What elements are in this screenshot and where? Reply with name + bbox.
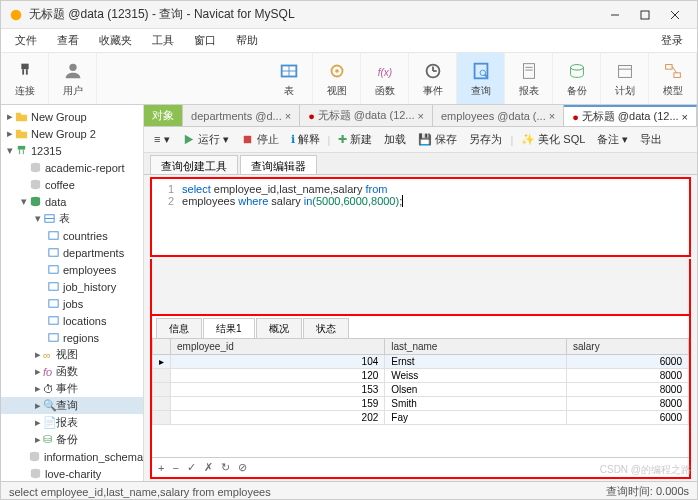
svg-line-29 bbox=[672, 66, 677, 72]
rtab-overview[interactable]: 概况 bbox=[256, 318, 302, 338]
tab-query[interactable]: employees @data (...× bbox=[433, 105, 564, 126]
main-area: 对象 departments @d...× ●无标题 @data (12...×… bbox=[144, 105, 697, 481]
grid-filter[interactable]: ⊘ bbox=[238, 461, 247, 474]
tab-query[interactable]: departments @d...× bbox=[183, 105, 300, 126]
grid-ok[interactable]: ✓ bbox=[187, 461, 196, 474]
close-button[interactable] bbox=[661, 5, 689, 25]
col-header[interactable]: last_name bbox=[385, 339, 567, 355]
menu-tools[interactable]: 工具 bbox=[142, 30, 184, 51]
tb-plan[interactable]: 计划 bbox=[601, 53, 649, 104]
menu-help[interactable]: 帮助 bbox=[226, 30, 268, 51]
maximize-button[interactable] bbox=[631, 5, 659, 25]
table-row[interactable]: 120Weiss8000 bbox=[153, 369, 689, 383]
col-header[interactable]: salary bbox=[567, 339, 689, 355]
saveas-button[interactable]: 另存为 bbox=[465, 130, 506, 149]
tb-connection[interactable]: 连接 bbox=[1, 53, 49, 104]
grid-add[interactable]: + bbox=[158, 462, 164, 474]
svg-rect-25 bbox=[618, 65, 631, 77]
subtab-editor[interactable]: 查询编辑器 bbox=[240, 155, 317, 174]
tree-table[interactable]: job_history bbox=[1, 278, 143, 295]
subtab-builder[interactable]: 查询创建工具 bbox=[150, 155, 238, 174]
load-button[interactable]: 加载 bbox=[380, 130, 410, 149]
tree-tables[interactable]: ▾表 bbox=[1, 210, 143, 227]
tree-table[interactable]: jobs bbox=[1, 295, 143, 312]
menu-bar: 文件 查看 收藏夹 工具 窗口 帮助 登录 bbox=[1, 29, 697, 53]
connection-tree[interactable]: ▸New Group ▸New Group 2 ▾12315 academic-… bbox=[1, 105, 144, 481]
tree-db[interactable]: information_schema bbox=[1, 448, 143, 465]
tree-table[interactable]: regions bbox=[1, 329, 143, 346]
grid-del[interactable]: − bbox=[172, 462, 178, 474]
close-icon: × bbox=[549, 110, 555, 122]
svg-rect-43 bbox=[49, 317, 58, 324]
tree-connection[interactable]: ▾12315 bbox=[1, 142, 143, 159]
svg-rect-44 bbox=[49, 334, 58, 341]
new-button[interactable]: ✚新建 bbox=[334, 130, 376, 149]
beautify-button[interactable]: ✨美化 SQL bbox=[517, 130, 589, 149]
tb-view[interactable]: 视图 bbox=[313, 53, 361, 104]
table-row[interactable]: 159Smith8000 bbox=[153, 397, 689, 411]
tree-queries[interactable]: ▸🔍查询 bbox=[1, 397, 143, 414]
sql-editor[interactable]: 1select employee_id,last_name,salary fro… bbox=[150, 177, 691, 257]
tree-db[interactable]: coffee bbox=[1, 176, 143, 193]
rtab-info[interactable]: 信息 bbox=[156, 318, 202, 338]
stop-button[interactable]: 停止 bbox=[237, 130, 283, 149]
grid-cancel[interactable]: ✗ bbox=[204, 461, 213, 474]
run-button[interactable]: 运行 ▾ bbox=[178, 130, 233, 149]
watermark: CSDN @的编程之路 bbox=[600, 463, 691, 477]
tree-views[interactable]: ▸∞视图 bbox=[1, 346, 143, 363]
result-grid[interactable]: employee_id last_name salary ▸104Ernst60… bbox=[152, 338, 689, 457]
svg-text:f(x): f(x) bbox=[377, 66, 392, 77]
main-toolbar: 连接 用户 表 视图 f(x)函数 事件 查询 报表 备份 计划 模型 bbox=[1, 53, 697, 105]
rtab-status[interactable]: 状态 bbox=[303, 318, 349, 338]
tree-table[interactable]: employees bbox=[1, 261, 143, 278]
svg-rect-38 bbox=[49, 232, 58, 239]
title-bar: 无标题 @data (12315) - 查询 - Navicat for MyS… bbox=[1, 1, 697, 29]
svg-rect-28 bbox=[673, 72, 679, 77]
table-row[interactable]: 153Olsen8000 bbox=[153, 383, 689, 397]
svg-rect-40 bbox=[49, 266, 58, 273]
tree-db[interactable]: ▾data bbox=[1, 193, 143, 210]
tree-table[interactable]: departments bbox=[1, 244, 143, 261]
rtab-result[interactable]: 结果1 bbox=[203, 318, 255, 338]
tab-objects[interactable]: 对象 bbox=[144, 105, 183, 126]
tab-query[interactable]: ●无标题 @data (12...× bbox=[300, 105, 433, 126]
menu-view[interactable]: 查看 bbox=[47, 30, 89, 51]
tb-table[interactable]: 表 bbox=[265, 53, 313, 104]
tb-query[interactable]: 查询 bbox=[457, 53, 505, 104]
svg-rect-42 bbox=[49, 300, 58, 307]
menu-fav[interactable]: 收藏夹 bbox=[89, 30, 142, 51]
svg-rect-41 bbox=[49, 283, 58, 290]
tb-user[interactable]: 用户 bbox=[49, 53, 97, 104]
tree-reports[interactable]: ▸📄报表 bbox=[1, 414, 143, 431]
tb-event[interactable]: 事件 bbox=[409, 53, 457, 104]
tree-db[interactable]: academic-report bbox=[1, 159, 143, 176]
status-time: 查询时间: 0.000s bbox=[606, 484, 689, 499]
menu-file[interactable]: 文件 bbox=[5, 30, 47, 51]
grid-refresh[interactable]: ↻ bbox=[221, 461, 230, 474]
menu-window[interactable]: 窗口 bbox=[184, 30, 226, 51]
tb-backup[interactable]: 备份 bbox=[553, 53, 601, 104]
minimize-button[interactable] bbox=[601, 5, 629, 25]
table-row[interactable]: ▸104Ernst6000 bbox=[153, 355, 689, 369]
tree-db[interactable]: love-charity bbox=[1, 465, 143, 481]
tree-group[interactable]: ▸New Group bbox=[1, 108, 143, 125]
save-button[interactable]: 💾保存 bbox=[414, 130, 461, 149]
tab-query-active[interactable]: ●无标题 @data (12...× bbox=[564, 105, 697, 126]
tree-events[interactable]: ▸⏱事件 bbox=[1, 380, 143, 397]
tb-function[interactable]: f(x)函数 bbox=[361, 53, 409, 104]
col-header[interactable]: employee_id bbox=[171, 339, 385, 355]
tree-table[interactable]: countries bbox=[1, 227, 143, 244]
explain-button[interactable]: ℹ解释 bbox=[287, 130, 324, 149]
tb-report[interactable]: 报表 bbox=[505, 53, 553, 104]
tb-model[interactable]: 模型 bbox=[649, 53, 697, 104]
qbar-dropdown[interactable]: ≡ ▾ bbox=[150, 131, 173, 148]
tree-table[interactable]: locations bbox=[1, 312, 143, 329]
export-button[interactable]: 导出 bbox=[636, 130, 666, 149]
svg-rect-27 bbox=[665, 64, 671, 69]
table-row[interactable]: 202Fay6000 bbox=[153, 411, 689, 425]
menu-login[interactable]: 登录 bbox=[651, 30, 693, 51]
tree-group[interactable]: ▸New Group 2 bbox=[1, 125, 143, 142]
tree-funcs[interactable]: ▸fo函数 bbox=[1, 363, 143, 380]
note-button[interactable]: 备注 ▾ bbox=[593, 130, 632, 149]
tree-backups[interactable]: ▸⛁备份 bbox=[1, 431, 143, 448]
